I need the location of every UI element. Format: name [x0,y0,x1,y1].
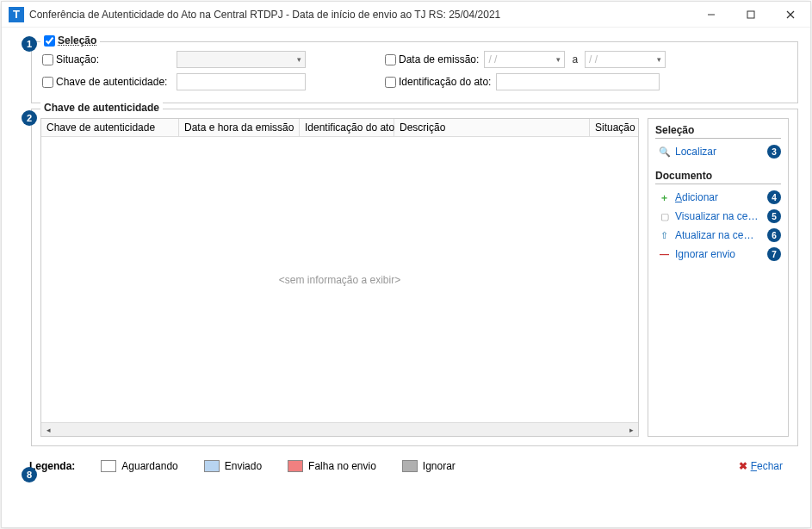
col-ident[interactable]: Identificação do ato [300,119,394,136]
window: T Conferência de Autenticidade do Ato na… [1,1,811,528]
maximize-button[interactable] [731,2,771,27]
horizontal-scrollbar[interactable]: ◂ ▸ [41,422,638,436]
callout-badge-2: 2 [22,110,37,126]
table-group: Chave de autenticidade Chave de autentic… [31,109,798,446]
ignorar-link[interactable]: — Ignorar envio 7 [655,245,781,264]
data-emissao-from[interactable]: / / [484,51,565,68]
col-datahora[interactable]: Data e hora da emissão [179,119,300,136]
ident-label: Identificação do ato: [399,76,491,88]
visualizar-link[interactable]: ▢ Visualizar na central... 5 [655,207,781,226]
data-emissao-label: Data de emissão: [399,53,479,65]
upload-icon: ⇧ [659,230,670,241]
filter-group-title: Seleção [58,34,96,47]
minus-icon: — [659,249,670,260]
plus-icon: ＋ [659,192,670,203]
chave-label: Chave de autenticidade: [56,76,167,88]
data-emissao-to[interactable]: / / [585,51,666,68]
adicionar-label: Adicionar [675,191,759,203]
svg-rect-1 [747,11,754,18]
date-range-separator: a [572,53,578,65]
chave-checkbox[interactable] [42,77,53,88]
callout-badge-3: 3 [767,145,781,159]
callout-badge-4: 4 [767,190,781,204]
document-icon: ▢ [659,211,670,222]
titlebar: T Conferência de Autenticidade do Ato na… [2,2,810,28]
ident-checkbox[interactable] [385,77,396,88]
legend-enviado-label: Enviado [225,460,262,472]
legend-falha-label: Falha no envio [308,460,376,472]
col-chave[interactable]: Chave de autenticidade [41,119,179,136]
fechar-link[interactable]: ✖ Fechar [739,460,783,472]
scroll-left-icon[interactable]: ◂ [41,426,55,434]
search-icon: 🔍 [659,146,670,158]
callout-badge-1: 1 [22,36,37,52]
swatch-falha [288,460,303,472]
col-descricao[interactable]: Descrição [394,119,590,136]
legend-ignorar: Ignorar [402,460,456,472]
atualizar-label: Atualizar na central... [675,229,759,241]
selecao-toggle-checkbox[interactable] [44,35,55,47]
window-buttons [691,2,810,27]
scroll-right-icon[interactable]: ▸ [624,426,638,434]
ignorar-label: Ignorar envio [675,248,759,260]
legend-row: Legenda: Aguardando Enviado Falha no env… [14,451,798,472]
scroll-track[interactable] [55,426,624,434]
chave-input[interactable] [177,73,306,90]
filter-row-1: Situação: Data de emissão: / / a / / [42,51,787,68]
legend-ignorar-label: Ignorar [423,460,456,472]
ident-input[interactable] [496,73,660,90]
callout-badge-8: 8 [22,467,37,482]
legend-enviado: Enviado [204,460,262,472]
callout-badge-6: 6 [767,228,781,242]
swatch-ignorar [402,460,418,472]
sp-selecao-title: Seleção [655,124,781,139]
situacao-label: Situação: [56,53,168,65]
sp-selecao-section: Seleção 🔍 Localizar 3 [655,124,781,161]
table-header: Chave de autenticidade Data e hora da em… [41,119,638,137]
adicionar-link[interactable]: ＋ Adicionar 4 [655,188,781,207]
content-area: Seleção Situação: Data de emissão: / / a… [2,28,810,481]
results-table: Chave de autenticidade Data e hora da em… [40,118,639,437]
window-title: Conferência de Autenticidade do Ato na C… [29,9,691,21]
swatch-enviado [204,460,220,472]
filter-group-legend: Seleção [40,34,100,47]
sp-documento-title: Documento [655,170,781,184]
situacao-combo[interactable] [177,51,306,68]
table-empty-message: <sem informação a exibir> [41,137,638,422]
legend-aguardando: Aguardando [101,460,177,472]
visualizar-label: Visualizar na central... [675,210,759,222]
callout-badge-7: 7 [767,247,781,261]
close-button[interactable] [771,2,810,27]
main-split: Chave de autenticidade Data e hora da em… [40,118,789,437]
swatch-aguardando [101,460,116,472]
col-situacao[interactable]: Situação [590,119,638,136]
legend-falha: Falha no envio [288,460,376,472]
atualizar-link[interactable]: ⇧ Atualizar na central... 6 [655,226,781,245]
minimize-button[interactable] [691,2,731,27]
filter-row-2: Chave de autenticidade: Identificação do… [42,73,787,90]
callout-badge-5: 5 [767,209,781,223]
localizar-link[interactable]: 🔍 Localizar 3 [655,142,781,161]
side-panel: Seleção 🔍 Localizar 3 Documento ＋ Adicio… [648,118,789,437]
data-emissao-checkbox[interactable] [385,54,396,65]
close-x-icon: ✖ [739,460,747,472]
sp-documento-section: Documento ＋ Adicionar 4 ▢ Visualizar na … [655,170,781,264]
situacao-checkbox[interactable] [42,54,53,65]
app-icon: T [9,7,24,22]
filter-group: Seleção Situação: Data de emissão: / / a… [31,41,798,103]
table-group-legend: Chave de autenticidade [40,102,163,114]
fechar-label: Fechar [751,460,783,472]
localizar-label: Localizar [675,146,759,158]
legend-aguardando-label: Aguardando [121,460,177,472]
